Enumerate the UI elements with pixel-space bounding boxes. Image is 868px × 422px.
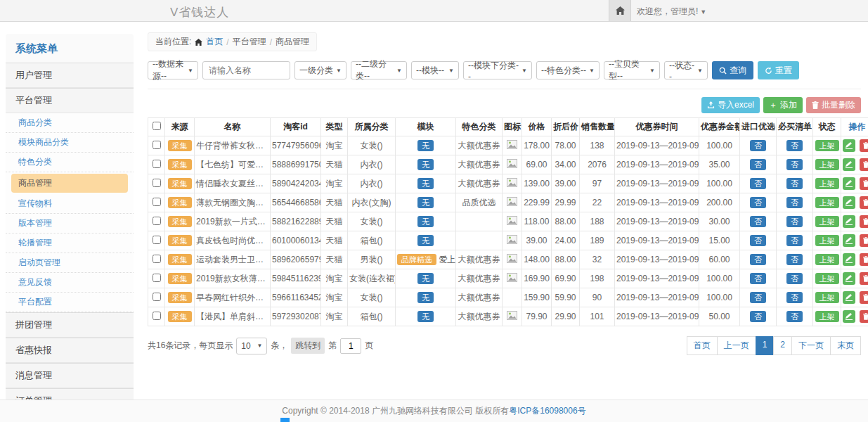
status-toggle[interactable]: 上架 bbox=[815, 197, 839, 208]
delete-button[interactable] bbox=[860, 215, 868, 228]
edit-button[interactable] bbox=[843, 291, 855, 304]
sidebar-section[interactable]: 省惠快报 bbox=[6, 338, 134, 363]
must-buy-toggle[interactable]: 否 bbox=[786, 178, 803, 189]
search-button[interactable]: 查询 bbox=[712, 61, 753, 79]
import-select-toggle[interactable]: 否 bbox=[750, 311, 766, 322]
sidebar-section[interactable]: 平台管理 bbox=[6, 88, 134, 113]
row-checkbox[interactable] bbox=[153, 198, 161, 206]
edit-button[interactable] bbox=[843, 215, 855, 228]
import-select-toggle[interactable]: 否 bbox=[750, 159, 766, 170]
batch-delete-button[interactable]: 批量删除 bbox=[806, 97, 861, 113]
sidebar-section[interactable]: 用户管理 bbox=[6, 63, 134, 88]
delete-button[interactable] bbox=[860, 272, 868, 285]
status-toggle[interactable]: 上架 bbox=[815, 311, 839, 322]
sidebar-item[interactable]: 平台配置 bbox=[6, 293, 134, 312]
sidebar-item[interactable]: 特色分类 bbox=[6, 153, 134, 172]
edit-button[interactable] bbox=[843, 310, 855, 323]
row-checkbox[interactable] bbox=[153, 293, 161, 301]
row-checkbox[interactable] bbox=[153, 141, 161, 149]
sidebar-item[interactable]: 商品分类 bbox=[6, 113, 134, 133]
status-toggle[interactable]: 上架 bbox=[815, 159, 839, 170]
row-checkbox[interactable] bbox=[153, 274, 161, 282]
edit-button[interactable] bbox=[843, 196, 855, 209]
sidebar-item[interactable]: 模块商品分类 bbox=[6, 133, 134, 153]
page-2-button[interactable]: 2 bbox=[773, 336, 792, 355]
edit-button[interactable] bbox=[843, 234, 855, 247]
import-select-toggle[interactable]: 否 bbox=[750, 216, 766, 227]
module-none-badge[interactable]: 无 bbox=[417, 273, 434, 284]
edit-button[interactable] bbox=[843, 158, 855, 171]
delete-button[interactable] bbox=[860, 310, 868, 323]
home-button[interactable] bbox=[609, 0, 631, 21]
row-checkbox[interactable] bbox=[153, 217, 161, 225]
status-toggle[interactable]: 上架 bbox=[815, 140, 839, 151]
icp-link[interactable]: 粤ICP备16098006号 bbox=[509, 405, 585, 417]
must-buy-toggle[interactable]: 否 bbox=[786, 235, 803, 246]
import-select-toggle[interactable]: 否 bbox=[750, 292, 766, 303]
data-source-select[interactable]: --数据来源--▼ bbox=[148, 61, 198, 79]
delete-button[interactable] bbox=[860, 253, 868, 266]
module-select[interactable]: --模块--▼ bbox=[411, 61, 459, 79]
reset-button[interactable]: 重置 bbox=[758, 61, 799, 79]
last-page-button[interactable]: 末页 bbox=[830, 336, 861, 355]
item-type-select[interactable]: --宝贝类型--▼ bbox=[604, 61, 660, 79]
module-none-badge[interactable]: 无 bbox=[417, 140, 434, 151]
status-toggle[interactable]: 上架 bbox=[815, 254, 839, 265]
delete-button[interactable] bbox=[860, 177, 868, 190]
sidebar-section[interactable]: 拼团管理 bbox=[6, 312, 134, 338]
status-select[interactable]: --状态--▼ bbox=[664, 61, 708, 79]
jump-button[interactable]: 跳转到 bbox=[291, 338, 325, 354]
edit-button[interactable] bbox=[843, 253, 855, 266]
delete-button[interactable] bbox=[860, 291, 868, 304]
page-1-button[interactable]: 1 bbox=[756, 336, 775, 355]
module-none-badge[interactable]: 无 bbox=[417, 311, 434, 322]
sidebar-item[interactable]: 版本管理 bbox=[6, 214, 134, 234]
delete-button[interactable] bbox=[860, 234, 868, 247]
row-checkbox[interactable] bbox=[153, 312, 161, 320]
module-none-badge[interactable]: 无 bbox=[417, 235, 434, 246]
per-page-select[interactable]: 10▼ bbox=[236, 338, 267, 354]
must-buy-toggle[interactable]: 否 bbox=[786, 140, 803, 151]
status-toggle[interactable]: 上架 bbox=[815, 216, 839, 227]
must-buy-toggle[interactable]: 否 bbox=[786, 159, 803, 170]
module-none-badge[interactable]: 无 bbox=[417, 216, 434, 227]
category-level2-select[interactable]: --二级分类--▼ bbox=[351, 61, 407, 79]
sidebar-item[interactable]: 启动页管理 bbox=[6, 253, 134, 273]
first-page-button[interactable]: 首页 bbox=[687, 336, 718, 355]
row-checkbox[interactable] bbox=[153, 160, 161, 168]
add-button[interactable]: ＋ 添加 bbox=[763, 97, 803, 113]
sidebar-section[interactable]: 消息管理 bbox=[6, 363, 134, 388]
edit-button[interactable] bbox=[843, 139, 855, 152]
edit-button[interactable] bbox=[843, 272, 855, 285]
module-none-badge[interactable]: 无 bbox=[417, 292, 434, 303]
import-select-toggle[interactable]: 否 bbox=[750, 273, 766, 284]
import-excel-button[interactable]: 导入excel bbox=[701, 97, 760, 113]
sidebar-item[interactable]: 宣传物料 bbox=[6, 194, 134, 214]
delete-button[interactable] bbox=[860, 196, 868, 209]
name-search-input[interactable] bbox=[202, 61, 290, 79]
import-select-toggle[interactable]: 否 bbox=[750, 140, 766, 151]
row-checkbox[interactable] bbox=[153, 236, 161, 244]
module-none-badge[interactable]: 无 bbox=[417, 178, 434, 189]
must-buy-toggle[interactable]: 否 bbox=[786, 254, 803, 265]
must-buy-toggle[interactable]: 否 bbox=[786, 273, 803, 284]
import-select-toggle[interactable]: 否 bbox=[750, 178, 766, 189]
row-checkbox[interactable] bbox=[153, 179, 161, 187]
prev-page-button[interactable]: 上一页 bbox=[717, 336, 756, 355]
import-select-toggle[interactable]: 否 bbox=[750, 197, 766, 208]
sidebar-item[interactable]: 意见反馈 bbox=[6, 273, 134, 293]
user-menu[interactable]: 欢迎您，管理员!▼ bbox=[637, 6, 706, 18]
page-number-input[interactable] bbox=[340, 338, 361, 354]
edit-button[interactable] bbox=[843, 177, 855, 190]
import-select-toggle[interactable]: 否 bbox=[750, 235, 766, 246]
delete-button[interactable] bbox=[860, 158, 868, 171]
status-toggle[interactable]: 上架 bbox=[815, 235, 839, 246]
must-buy-toggle[interactable]: 否 bbox=[786, 311, 803, 322]
status-toggle[interactable]: 上架 bbox=[815, 292, 839, 303]
next-page-button[interactable]: 下一页 bbox=[791, 336, 831, 355]
status-toggle[interactable]: 上架 bbox=[815, 273, 839, 284]
delete-button[interactable] bbox=[860, 139, 868, 152]
feature-category-select[interactable]: --特色分类--▼ bbox=[536, 61, 600, 79]
module-none-badge[interactable]: 无 bbox=[417, 159, 434, 170]
row-checkbox[interactable] bbox=[153, 255, 161, 263]
